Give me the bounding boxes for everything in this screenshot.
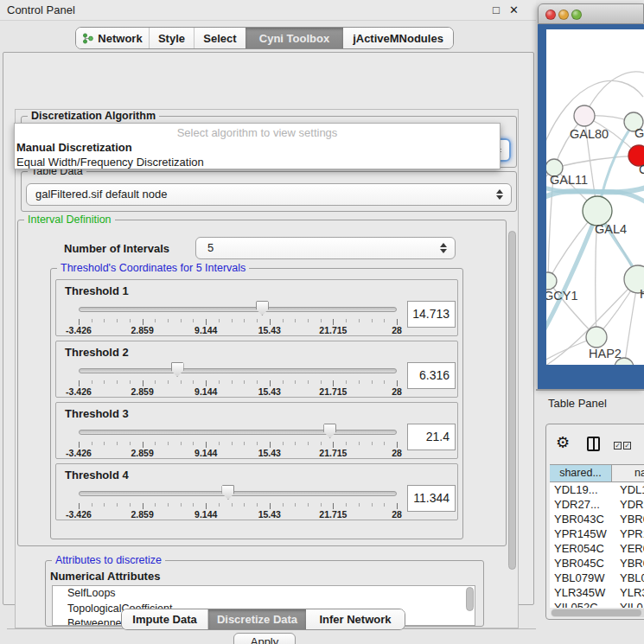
table-data-value: galFiltered.sif default node <box>35 188 167 201</box>
top-tab-bar: Network Style Select Cyni Toolbox jActiv… <box>75 27 454 49</box>
apply-button[interactable]: Apply <box>233 633 296 644</box>
table-row[interactable]: YBR045CYBR0 <box>550 556 644 571</box>
tick-mark <box>92 503 92 507</box>
network-edge <box>584 72 644 116</box>
cell-name: YIL0 <box>612 600 643 608</box>
float-window-icon[interactable]: □ <box>493 3 500 16</box>
table-row[interactable]: YPR145WYPR1 <box>550 526 644 541</box>
dropdown-option-equal-width[interactable]: Equal Width/Frequency Discretization <box>15 155 500 169</box>
table-row[interactable]: YDR27...YDR2 <box>550 497 644 512</box>
number-of-intervals-label: Number of Intervals <box>64 242 169 255</box>
tab-discretize-data[interactable]: Discretize Data <box>208 609 306 629</box>
network-node-label: GAL4 <box>595 222 627 236</box>
table-row[interactable]: YER054CYER0 <box>550 541 644 556</box>
slider-track[interactable] <box>79 430 397 435</box>
table-row[interactable]: YLR345WYLR3 <box>550 585 644 600</box>
traffic-light-minimize-icon[interactable] <box>558 10 569 20</box>
threshold-value-field[interactable]: 11.344 <box>407 485 456 512</box>
slider-track[interactable] <box>79 307 397 312</box>
column-header-name[interactable]: na <box>612 465 644 481</box>
tab-discretize-data-label: Discretize Data <box>217 613 297 626</box>
table-row[interactable]: YDL19...YDL1 <box>550 482 644 497</box>
slider-thumb[interactable] <box>171 362 184 377</box>
checkbox-icon[interactable]: ✓ <box>623 442 631 450</box>
network-node-gcy1[interactable] <box>546 272 557 290</box>
panel-scrollbar[interactable] <box>508 231 516 624</box>
tick-mark <box>397 319 398 325</box>
table-hscrollbar-thumb[interactable] <box>552 609 641 616</box>
tick-mark <box>397 503 398 509</box>
dropdown-option-manual[interactable]: Manual Discretization <box>15 140 500 155</box>
scale-label: 15.43 <box>258 448 281 458</box>
tab-impute-data[interactable]: Impute Data <box>122 609 208 629</box>
bottom-tab-bar: Impute Data Discretize Data Infer Networ… <box>121 609 405 630</box>
tick-mark <box>117 319 118 322</box>
network-node-gal80[interactable] <box>574 105 595 126</box>
slider-thumb[interactable] <box>221 485 234 500</box>
tab-style-label: Style <box>158 32 185 45</box>
slider-scale-labels: -3.4262.8599.14415.4321.71528 <box>79 509 397 520</box>
tick-mark <box>104 503 105 507</box>
cell-name: YDR2 <box>612 497 644 512</box>
table-row[interactable]: YBR043CYBR0 <box>550 512 644 526</box>
scale-label: 15.43 <box>258 325 281 335</box>
traffic-light-zoom-icon[interactable] <box>571 10 582 20</box>
scale-label: 2.859 <box>131 386 153 397</box>
threshold-label: Threshold 3 <box>65 407 129 420</box>
traffic-light-close-icon[interactable] <box>545 10 556 20</box>
threshold-value-field[interactable]: 6.316 <box>407 362 456 389</box>
table-row[interactable]: YBL079WYBL0 <box>550 571 644 585</box>
slider-track[interactable] <box>79 368 397 373</box>
attribute-list-item[interactable]: SelfLoops <box>53 586 475 602</box>
table-panel: ⚙ ✓ ✓ shared... na YDL19...YDL1YDR27...Y… <box>545 424 644 620</box>
columns-icon[interactable] <box>587 437 600 451</box>
table-header-row: shared... na <box>550 464 644 482</box>
tab-style[interactable]: Style <box>150 28 194 48</box>
tick-mark <box>308 380 309 384</box>
tab-infer-network[interactable]: Infer Network <box>306 609 405 629</box>
network-node-gal4[interactable] <box>583 196 612 226</box>
tick-mark <box>168 503 169 507</box>
tab-infer-network-label: Infer Network <box>319 613 391 626</box>
column-header-shared-name[interactable]: shared... <box>550 465 612 481</box>
tab-impute-data-label: Impute Data <box>132 613 196 626</box>
panel-scrollbar-thumb[interactable] <box>508 231 516 570</box>
checkbox-icon[interactable]: ✓ <box>614 442 622 450</box>
table-hscrollbar[interactable] <box>551 609 644 617</box>
threshold-row: Threshold 2-3.4262.8599.14415.4321.71528… <box>55 341 458 398</box>
network-node-label: C <box>639 163 644 176</box>
network-node-hap2[interactable] <box>586 327 607 348</box>
network-canvas[interactable]: GAL80GACGAL11GAL4GCY1HHAP2 <box>546 29 644 365</box>
network-window-titlebar[interactable] <box>538 3 644 24</box>
number-of-intervals-combobox[interactable]: 5 <box>195 237 456 259</box>
scale-label: 21.715 <box>319 325 347 335</box>
tab-cyni-toolbox[interactable]: Cyni Toolbox <box>245 28 343 48</box>
numerical-attributes-label: Numerical Attributes <box>50 570 160 583</box>
slider-thumb[interactable] <box>256 301 269 316</box>
slider-thumb[interactable] <box>323 424 336 438</box>
tick-mark <box>143 442 143 448</box>
threshold-value-field[interactable]: 21.4 <box>407 424 456 450</box>
tick-mark <box>359 319 360 322</box>
tab-network[interactable]: Network <box>76 28 150 48</box>
tick-mark <box>333 319 334 325</box>
scale-label: 9.144 <box>194 325 217 335</box>
tab-network-label: Network <box>98 32 142 45</box>
tick-mark <box>384 503 385 507</box>
scale-label: 9.144 <box>194 509 217 520</box>
tick-mark <box>168 442 169 445</box>
table-data-combobox[interactable]: galFiltered.sif default node <box>26 183 512 206</box>
tick-mark <box>155 503 156 507</box>
slider-track[interactable] <box>79 491 397 496</box>
scale-label: 21.715 <box>319 386 347 397</box>
threshold-value-field[interactable]: 14.713 <box>407 301 456 328</box>
list-scrollbar[interactable] <box>466 587 474 611</box>
dropdown-prompt: Select algorithm to view settings <box>15 124 500 140</box>
network-window-frame: GAL80GACGAL11GAL4GCY1HHAP2 <box>538 24 644 389</box>
table-row[interactable]: YIL052CYIL0 <box>550 600 644 608</box>
close-icon[interactable]: ✕ <box>509 3 519 16</box>
tab-select[interactable]: Select <box>194 28 245 48</box>
scale-label: 28 <box>392 448 402 458</box>
tab-jactivemnodules[interactable]: jActiveMNodules <box>343 28 453 48</box>
gear-icon[interactable]: ⚙ <box>556 433 570 452</box>
